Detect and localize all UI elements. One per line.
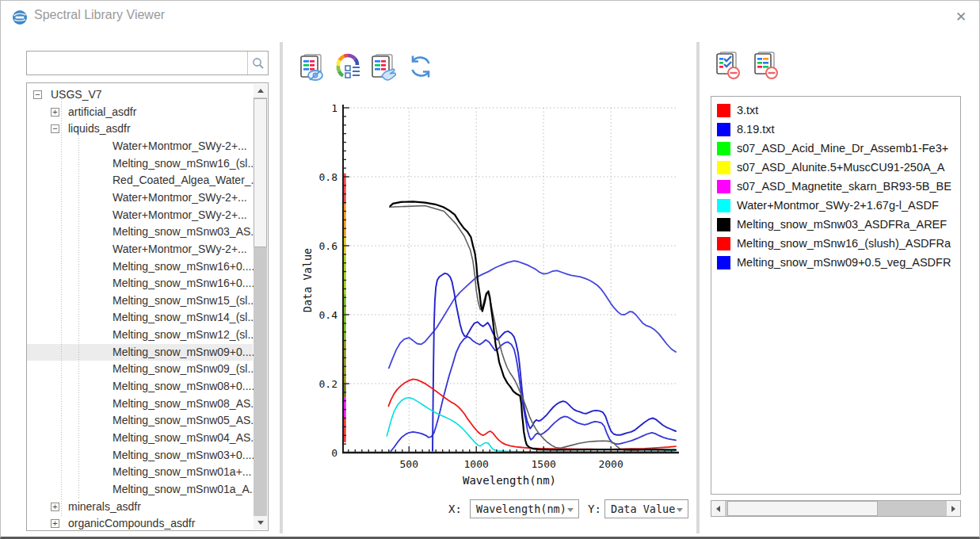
search-input[interactable] xyxy=(27,52,249,75)
spectrum-label: s07_ASD_Magnetite_skarn_BR93-5B_BE xyxy=(737,180,951,193)
tree-item-label: Melting_snow_mSnw05_AS... xyxy=(112,414,260,426)
remove-all-icon xyxy=(751,50,780,80)
hide-spectra-button[interactable] xyxy=(298,52,326,82)
spectrum-list-item[interactable]: Water+Montmor_SWy-2+1.67g-l_ASDF xyxy=(711,197,960,216)
svg-text:0.2: 0.2 xyxy=(319,378,337,390)
scroll-left-button[interactable] xyxy=(711,501,725,516)
hscroll-thumb[interactable] xyxy=(727,501,878,516)
spectrum-label: Water+Montmor_SWy-2+1.67g-l_ASDF xyxy=(737,199,939,212)
tree-item-label: Melting_snow_mSnw09_(sl... xyxy=(112,362,257,375)
spectrum-list-item[interactable]: 8.19.txt xyxy=(711,120,960,140)
spectral-library-tree[interactable]: −USGS_V7+artificial_asdfr−liquids_asdfrW… xyxy=(26,82,269,531)
app-window: Spectral Library Viewer ✕ −USGS_V7+artif… xyxy=(0,0,980,539)
svg-text:500: 500 xyxy=(400,458,418,470)
svg-text:0.4: 0.4 xyxy=(319,309,338,321)
spectrum-label: s07_ASD_Alunite.5+MuscCU91-250A_A xyxy=(737,161,944,174)
color-palette-icon xyxy=(334,52,362,82)
tree-item-label: Melting_snow_mSnw14_(sl... xyxy=(112,311,257,323)
spectrum-list-item[interactable]: 3.txt xyxy=(711,101,960,120)
svg-text:2000: 2000 xyxy=(598,458,623,470)
svg-text:0.8: 0.8 xyxy=(319,171,337,183)
color-swatch xyxy=(717,104,730,117)
color-swatch xyxy=(717,218,730,231)
expand-icon[interactable]: + xyxy=(51,503,59,511)
app-logo-icon xyxy=(12,10,28,25)
tree-guide-line xyxy=(61,99,62,518)
svg-text:Wavelength(nm): Wavelength(nm) xyxy=(463,474,556,487)
spectrum-list-item[interactable]: Melting_snow_mSnw03_ASDFRa_AREF xyxy=(711,216,960,235)
spectrum-label: 8.19.txt xyxy=(737,123,775,136)
left-divider xyxy=(280,42,283,533)
right-divider xyxy=(696,42,700,533)
search-icon xyxy=(252,57,265,70)
spectrum-list-item[interactable]: s07_ASD_Alunite.5+MuscCU91-250A_A xyxy=(711,159,960,178)
tree-item-label: Melting_snow_mSnw16+0.... xyxy=(112,260,254,273)
svg-text:0.6: 0.6 xyxy=(319,240,337,252)
color-swatch xyxy=(717,256,730,270)
spectrum-list-item[interactable]: s07_ASD_Acid_Mine_Dr_Assemb1-Fe3+ xyxy=(711,140,960,159)
expand-icon[interactable]: + xyxy=(51,519,59,528)
y-axis-label: Y: xyxy=(588,503,601,515)
tree-item[interactable]: +organicCompounds_asdfr xyxy=(27,515,253,531)
scroll-down-button[interactable] xyxy=(254,516,267,529)
color-swatch xyxy=(717,142,730,155)
tree-item-label: Melting_snow_mSnw03_AS... xyxy=(112,225,260,238)
x-axis-select[interactable]: Wavelength(nm) xyxy=(470,499,579,518)
tree-item-label: Melting_snow_mSnw12_(sl... xyxy=(112,328,257,341)
title-bar: Spectral Library Viewer ✕ xyxy=(1,1,979,34)
remove-all-button[interactable] xyxy=(751,50,780,80)
tree-item-label: Melting_snow_mSnw01a+... xyxy=(112,465,252,478)
close-button[interactable]: ✕ xyxy=(952,9,970,26)
tree-item-label: Melting_snow_mSnw08+0.... xyxy=(112,380,254,392)
y-axis-select[interactable]: Data Value xyxy=(604,499,688,518)
expand-icon[interactable]: + xyxy=(51,108,59,117)
spectrum-label: Melting_snow_mSnw03_ASDFRa_AREF xyxy=(737,218,947,231)
collapse-icon[interactable]: − xyxy=(33,90,42,99)
svg-text:1000: 1000 xyxy=(464,458,489,470)
spectrum-list-item[interactable]: Melting_snow_mSnw09+0.5_veg_ASDFR xyxy=(711,254,960,273)
tree-item-label: Melting_snow_mSnw16+0.... xyxy=(112,277,254,289)
list-hscrollbar[interactable] xyxy=(711,500,961,517)
tree-scrollbar[interactable] xyxy=(254,84,267,529)
collapse-icon[interactable]: − xyxy=(51,124,59,133)
tree-scrollbar-thumb[interactable] xyxy=(254,98,267,247)
spectrum-label: s07_ASD_Acid_Mine_Dr_Assemb1-Fe3+ xyxy=(737,142,948,155)
remove-checked-icon xyxy=(713,50,742,80)
svg-text:1500: 1500 xyxy=(532,458,556,470)
tree-item-label: Water+Montmor_SWy-2+... xyxy=(112,140,247,152)
tree-item-label: USGS_V7 xyxy=(51,88,102,101)
spectrum-list-item[interactable]: s07_ASD_Magnetite_skarn_BR93-5B_BE xyxy=(711,178,960,197)
tree-item-label: Red_Coated_Algea_Water_... xyxy=(112,174,260,186)
chevron-down-icon xyxy=(677,508,683,512)
tree-item-label: organicCompounds_asdfr xyxy=(68,517,195,529)
refresh-button[interactable] xyxy=(406,52,435,82)
svg-text:0: 0 xyxy=(331,447,337,459)
chevron-down-icon xyxy=(567,508,574,512)
search-button[interactable] xyxy=(247,52,268,75)
tree-item-label: Water+Montmor_SWy-2+... xyxy=(112,243,247,255)
tree-item-label: Melting_snow_mSnw09+0.... xyxy=(112,346,254,358)
spectral-plot: 00.20.40.60.81500100015002000Wavelength(… xyxy=(290,88,691,500)
color-swatch xyxy=(717,237,730,250)
tree-item-label: Melting_snow_mSnw01a_A... xyxy=(112,483,258,495)
window-title: Spectral Library Viewer xyxy=(34,8,165,22)
plotted-spectra-list[interactable]: 3.txt8.19.txts07_ASD_Acid_Mine_Dr_Assemb… xyxy=(711,96,961,495)
tree-item-label: Water+Montmor_SWy-2+... xyxy=(112,208,247,221)
remove-checked-button[interactable] xyxy=(713,50,742,80)
spectrum-label: 3.txt xyxy=(737,104,758,117)
color-swatch xyxy=(717,180,730,193)
x-axis-label: X: xyxy=(448,503,462,515)
color-palette-button[interactable] xyxy=(334,52,362,82)
tree-guide-line xyxy=(78,133,79,498)
tree-item-label: Melting_snow_mSnw08_AS... xyxy=(112,397,260,410)
tree-item-label: minerals_asdfr xyxy=(68,500,141,513)
spectrum-list-item[interactable]: Melting_snow_mSnw16_(slush)_ASDFRa xyxy=(711,235,960,254)
spectrum-label: Melting_snow_mSnw16_(slush)_ASDFRa xyxy=(737,237,951,250)
tree-item-label: Melting_snow_mSnw16_(sl... xyxy=(112,157,257,170)
tree-item-label: Melting_snow_mSnw15_(sl... xyxy=(112,294,257,307)
scroll-up-button[interactable] xyxy=(254,84,267,97)
tree-item-label: artificial_asdfr xyxy=(68,105,136,118)
scroll-right-button[interactable] xyxy=(947,501,960,516)
apply-spectra-button[interactable] xyxy=(369,52,398,82)
tree-item-label: Melting_snow_mSnw03+0.... xyxy=(112,449,254,461)
